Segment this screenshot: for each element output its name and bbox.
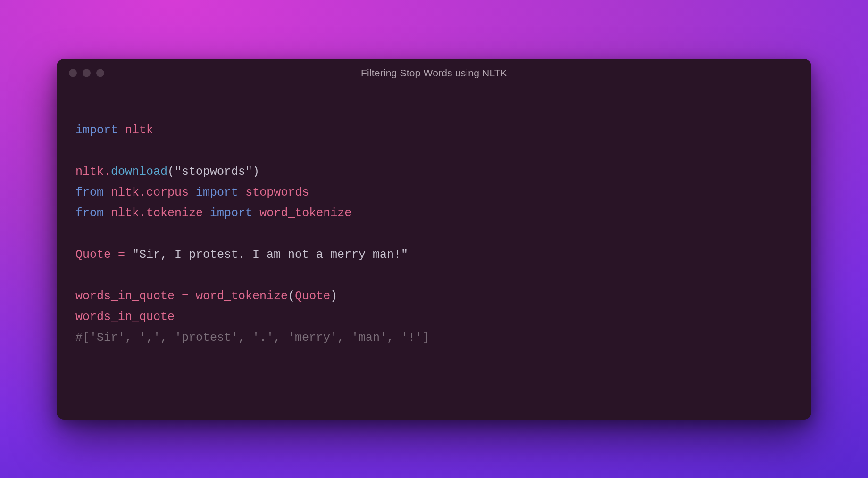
code-block: import nltk nltk.download("stopwords") f…	[57, 87, 811, 367]
lparen: (	[167, 165, 175, 179]
fn-word-tokenize: word_tokenize	[196, 289, 288, 303]
arg-quote: Quote	[295, 289, 330, 303]
keyword-import: import	[75, 124, 118, 137]
eq: =	[175, 289, 196, 303]
keyword-import: import	[196, 186, 238, 199]
var-quote: Quote	[75, 248, 111, 262]
module-nltk: nltk	[125, 124, 153, 137]
keyword-from: from	[75, 186, 104, 199]
eq: =	[111, 248, 132, 262]
var-words-in-quote: words_in_quote	[75, 310, 175, 324]
close-icon[interactable]	[69, 69, 77, 77]
module-nltk: nltk	[111, 186, 139, 199]
titlebar: Filtering Stop Words using NLTK	[57, 59, 811, 87]
rparen: )	[330, 289, 337, 303]
keyword-from: from	[75, 206, 104, 220]
dot: .	[139, 206, 146, 220]
line-5: from nltk.tokenize import word_tokenize	[75, 206, 351, 220]
module-corpus: corpus	[146, 186, 189, 199]
window-title: Filtering Stop Words using NLTK	[57, 67, 811, 79]
line-1: import nltk	[75, 124, 153, 137]
line-10: words_in_quote	[75, 310, 175, 324]
fn-download: download	[111, 165, 167, 179]
minimize-icon[interactable]	[83, 69, 91, 77]
module-tokenize: tokenize	[146, 206, 203, 220]
var-words-in-quote: words_in_quote	[75, 289, 175, 303]
module-nltk: nltk	[111, 206, 139, 220]
str-stopwords: "stopwords"	[175, 165, 252, 179]
maximize-icon[interactable]	[96, 69, 104, 77]
window-controls	[69, 69, 104, 77]
name-word-tokenize: word_tokenize	[259, 206, 351, 220]
line-9: words_in_quote = word_tokenize(Quote)	[75, 289, 337, 303]
str-quote: "Sir, I protest. I am not a merry man!"	[132, 248, 408, 262]
lparen: (	[288, 289, 295, 303]
module-nltk: nltk	[75, 165, 104, 179]
comment-output: #['Sir', ',', 'protest', '.', 'merry', '…	[75, 331, 429, 345]
line-11: #['Sir', ',', 'protest', '.', 'merry', '…	[75, 331, 429, 345]
keyword-import: import	[210, 206, 252, 220]
dot: .	[104, 165, 111, 179]
line-3: nltk.download("stopwords")	[75, 165, 259, 179]
dot: .	[139, 186, 146, 199]
line-4: from nltk.corpus import stopwords	[75, 186, 309, 199]
rparen: )	[252, 165, 259, 179]
code-window: Filtering Stop Words using NLTK import n…	[57, 59, 811, 420]
line-7: Quote = "Sir, I protest. I am not a merr…	[75, 248, 408, 262]
name-stopwords: stopwords	[245, 186, 309, 199]
